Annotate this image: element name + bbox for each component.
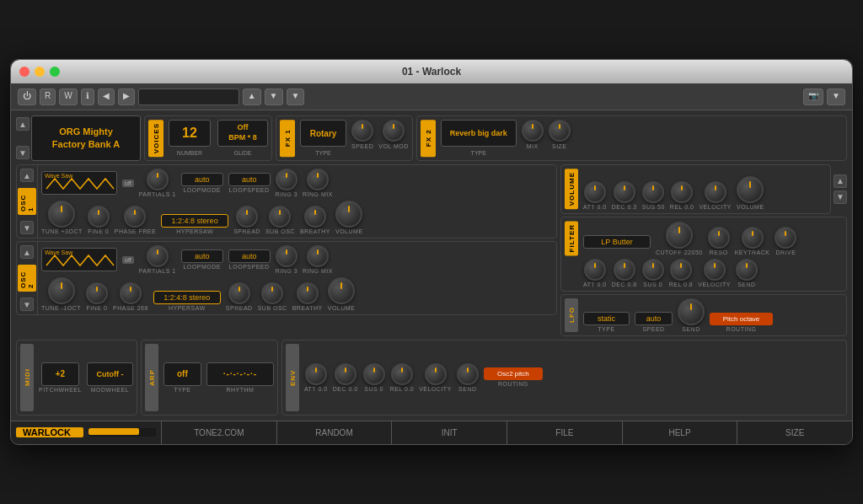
info-button[interactable]: ℹ	[81, 88, 94, 105]
voices-glide[interactable]: OffBPM * 8	[217, 120, 268, 147]
osc1-ring3-knob[interactable]	[276, 169, 297, 190]
fx2-mix-knob[interactable]	[522, 120, 544, 142]
filter-arrow-down[interactable]: ▼	[834, 190, 847, 204]
file-button[interactable]: FILE	[507, 421, 623, 444]
help-button[interactable]: HELP	[623, 421, 738, 444]
osc1-down[interactable]: ▼	[20, 221, 34, 234]
arrow-left-button[interactable]: ◀	[98, 88, 115, 105]
osc2-spread-knob[interactable]	[228, 282, 250, 304]
env-sus-knob[interactable]	[363, 363, 385, 385]
filter-keytrack-knob[interactable]	[742, 227, 764, 249]
extra-button[interactable]: ▼	[827, 88, 845, 105]
filter-att-knob[interactable]	[584, 259, 606, 281]
osc1-volume-knob[interactable]	[335, 201, 362, 228]
osc2-volume-knob[interactable]	[328, 277, 355, 304]
vol-volume-knob[interactable]	[737, 176, 764, 203]
minimize-button[interactable]	[35, 67, 45, 77]
env-send-knob[interactable]	[457, 363, 479, 385]
osc2-tune-knob[interactable]	[48, 277, 75, 304]
osc1-loopspeed[interactable]: auto	[228, 173, 271, 186]
preset-input[interactable]	[138, 88, 239, 105]
osc2-ring3-knob[interactable]	[276, 245, 297, 267]
osc1-ringmix-knob[interactable]	[307, 169, 329, 190]
vol-velocity-knob[interactable]	[705, 181, 726, 203]
fx1-volmod-knob[interactable]	[383, 120, 405, 142]
osc2-up[interactable]: ▲	[20, 245, 34, 259]
r-button[interactable]: R	[40, 88, 56, 105]
lfo-send-knob[interactable]	[678, 298, 705, 325]
osc2-loopmode[interactable]: auto	[181, 249, 223, 263]
filter-cutoff-knob[interactable]	[666, 222, 693, 249]
arrow-right-button[interactable]: ▶	[118, 88, 135, 105]
snapshot-button[interactable]: 📷	[803, 88, 823, 105]
filter-type[interactable]: LP Butter	[583, 235, 651, 249]
down-button[interactable]: ▼	[265, 88, 283, 105]
osc1-fine-knob[interactable]	[88, 206, 110, 228]
filter-send-knob[interactable]	[736, 259, 758, 281]
random-button[interactable]: RANDOM	[277, 421, 393, 444]
filter-dec-knob[interactable]	[614, 259, 635, 281]
env-routing-button[interactable]: Osc2 pitch	[484, 367, 543, 380]
filter-sus-knob[interactable]	[642, 259, 664, 281]
size-button[interactable]: SIZE	[737, 421, 852, 444]
lfo-speed[interactable]: auto	[635, 312, 673, 325]
vol-att-knob[interactable]	[584, 181, 606, 203]
tone2-button[interactable]: TONE2.COM	[162, 421, 277, 444]
filter-arrow-up[interactable]: ▲	[834, 174, 847, 188]
vol-dec-knob[interactable]	[614, 181, 635, 203]
osc1-bottom-row: TUNE +3OCT FINE 0 PHASE FREE	[41, 201, 553, 234]
env-velocity-knob[interactable]	[425, 363, 447, 385]
power-button[interactable]: ⏻	[18, 88, 36, 105]
osc1-tune-knob[interactable]	[48, 201, 75, 228]
fx2-type[interactable]: Reverb big dark	[441, 120, 517, 147]
filter-reso-knob[interactable]	[708, 227, 730, 249]
osc2-phase-knob[interactable]	[120, 282, 142, 304]
osc2-off-badge[interactable]: off	[122, 256, 134, 264]
filter-velocity-knob[interactable]	[704, 259, 726, 281]
filter-rel-knob[interactable]	[670, 259, 692, 281]
up-button[interactable]: ▲	[243, 88, 261, 105]
osc2-loopspeed[interactable]: auto	[228, 249, 271, 263]
osc2-down[interactable]: ▼	[20, 298, 34, 311]
midi-pitchwheel[interactable]: +2	[41, 362, 79, 386]
osc1-partials-knob[interactable]	[147, 169, 169, 190]
osc1-spread-knob[interactable]	[236, 206, 258, 228]
patch-up-arrow[interactable]: ▲	[16, 117, 29, 131]
osc1-up[interactable]: ▲	[20, 169, 34, 182]
close-button[interactable]	[19, 67, 29, 77]
env-dec-knob[interactable]	[335, 363, 356, 385]
osc1-hypersaw[interactable]: 1:2:4:8 stereo	[161, 214, 228, 228]
osc2-ringmix-knob[interactable]	[307, 245, 329, 267]
patch-down-arrow[interactable]: ▼	[16, 146, 29, 159]
osc2-breathy-knob[interactable]	[297, 282, 319, 304]
osc1-breathy-knob[interactable]	[304, 206, 326, 228]
init-button[interactable]: INIT	[392, 421, 507, 444]
patch-name-display[interactable]: ORG Mighty Factory Bank A	[31, 115, 141, 161]
maximize-button[interactable]	[50, 67, 60, 77]
midi-modwheel[interactable]: Cutoff -	[87, 362, 133, 386]
voices-number[interactable]: 12	[169, 120, 211, 147]
arp-type[interactable]: off	[163, 362, 201, 386]
env-att-knob[interactable]	[305, 363, 327, 385]
fx2-size-knob[interactable]	[549, 120, 571, 142]
lfo-type[interactable]: static	[583, 312, 630, 325]
fx1-type[interactable]: Rotary	[300, 120, 346, 147]
env-rel-knob[interactable]	[391, 363, 413, 385]
filter-drive-knob[interactable]	[775, 227, 796, 249]
fx1-speed-knob[interactable]	[351, 120, 373, 142]
osc2-fine-knob[interactable]	[86, 282, 108, 304]
osc1-phase-knob[interactable]	[124, 206, 146, 228]
osc1-subosc-knob[interactable]	[269, 206, 291, 228]
osc1-loopmode[interactable]: auto	[181, 173, 223, 186]
midi-label: MIDI	[20, 344, 34, 411]
osc2-partials-knob[interactable]	[147, 245, 169, 267]
menu-button[interactable]: ▼	[287, 88, 305, 105]
vol-sus-knob[interactable]	[642, 181, 664, 203]
vol-rel-knob[interactable]	[671, 181, 693, 203]
w-button[interactable]: W	[59, 88, 77, 105]
lfo-routing-button[interactable]: Pitch octave	[710, 313, 773, 325]
osc2-subosc-knob[interactable]	[261, 282, 283, 304]
osc1-off-badge[interactable]: off	[122, 180, 134, 187]
arp-rhythm[interactable]: ·-·-·-·-·-	[206, 362, 274, 386]
osc2-hypersaw[interactable]: 1:2:4:8 stereo	[153, 291, 221, 304]
